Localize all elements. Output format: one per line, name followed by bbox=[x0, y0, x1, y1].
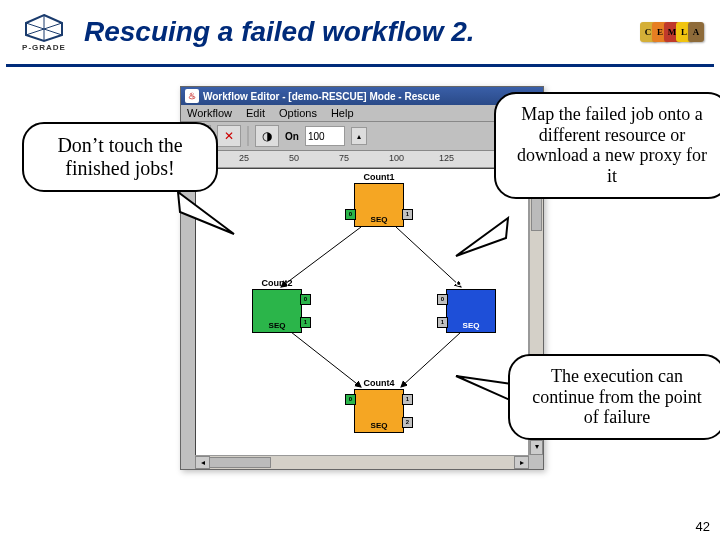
menu-bar: Workflow Edit Options Help bbox=[181, 105, 543, 122]
scroll-down-icon[interactable]: ▾ bbox=[530, 440, 543, 455]
toolbar: ▢ ✕ ◑ On ▴ bbox=[181, 122, 543, 151]
scroll-right-icon[interactable]: ▸ bbox=[514, 456, 529, 469]
header-divider bbox=[6, 64, 714, 67]
port-out[interactable]: 0 bbox=[345, 209, 356, 220]
node-count2[interactable]: Count2 SEQ 0 1 bbox=[252, 289, 302, 333]
menu-options[interactable]: Options bbox=[279, 107, 317, 119]
node-seq: SEQ bbox=[355, 421, 403, 430]
svg-marker-8 bbox=[178, 192, 234, 234]
window-title: Workflow Editor - [demo-RESCUE] Mode - R… bbox=[203, 91, 440, 102]
delete-button[interactable]: ✕ bbox=[217, 125, 241, 147]
menu-edit[interactable]: Edit bbox=[246, 107, 265, 119]
node-count1[interactable]: Count1 SEQ 0 1 bbox=[354, 183, 404, 227]
toggle-button[interactable]: ◑ bbox=[255, 125, 279, 147]
puzzle-logo: C E M L A bbox=[632, 12, 712, 52]
callout-left-tail bbox=[176, 190, 256, 250]
node-label: Count3 bbox=[447, 278, 495, 288]
ruler-tick: 25 bbox=[239, 153, 249, 163]
node-seq: SEQ bbox=[447, 321, 495, 330]
callout-right: Map the failed job onto a different reso… bbox=[494, 92, 720, 199]
scroll-thumb[interactable] bbox=[209, 457, 271, 468]
node-count4[interactable]: Count4 SEQ 0 1 2 bbox=[354, 389, 404, 433]
slide-number: 42 bbox=[696, 519, 710, 534]
svg-line-6 bbox=[291, 332, 361, 387]
logo-text: P-GRADE bbox=[22, 43, 66, 52]
port-in[interactable]: 0 bbox=[345, 394, 356, 405]
slide-header: P-GRADE Rescuing a failed workflow 2. C … bbox=[0, 0, 720, 64]
callout-left: Don’t touch the finished jobs! bbox=[22, 122, 218, 192]
puzzle-piece: A bbox=[688, 22, 704, 42]
node-seq: SEQ bbox=[253, 321, 301, 330]
callout-right-tail bbox=[448, 216, 518, 266]
node-count3[interactable]: Count3 SEQ 0 1 bbox=[446, 289, 496, 333]
stepper-up[interactable]: ▴ bbox=[351, 127, 367, 145]
callout-bottom: The execution can continue from the poin… bbox=[508, 354, 720, 440]
port-out[interactable]: 1 bbox=[437, 317, 448, 328]
svg-marker-9 bbox=[456, 218, 508, 256]
window-titlebar[interactable]: ♨ Workflow Editor - [demo-RESCUE] Mode -… bbox=[181, 87, 543, 105]
slide-title: Rescuing a failed workflow 2. bbox=[80, 16, 632, 48]
logo-icon bbox=[22, 13, 66, 43]
port-in[interactable]: 0 bbox=[300, 294, 311, 305]
port-out[interactable]: 2 bbox=[402, 417, 413, 428]
ruler-tick: 50 bbox=[289, 153, 299, 163]
ruler-tick: 100 bbox=[389, 153, 404, 163]
horizontal-scrollbar[interactable]: ◂ ▸ bbox=[195, 455, 529, 469]
pgrade-logo: P-GRADE bbox=[8, 8, 80, 56]
node-seq: SEQ bbox=[355, 215, 403, 224]
scroll-left-icon[interactable]: ◂ bbox=[195, 456, 210, 469]
svg-marker-10 bbox=[456, 376, 512, 400]
java-icon: ♨ bbox=[185, 89, 199, 103]
port-out[interactable]: 1 bbox=[300, 317, 311, 328]
toolbar-separator bbox=[247, 126, 249, 146]
ruler-tick: 125 bbox=[439, 153, 454, 163]
menu-help[interactable]: Help bbox=[331, 107, 354, 119]
port-in[interactable]: 0 bbox=[437, 294, 448, 305]
workflow-editor-window: ♨ Workflow Editor - [demo-RESCUE] Mode -… bbox=[180, 86, 544, 470]
ruler-tick: 75 bbox=[339, 153, 349, 163]
ruler: 25 50 75 100 125 bbox=[181, 151, 543, 168]
node-label: Count4 bbox=[355, 378, 403, 388]
port-out[interactable]: 1 bbox=[402, 209, 413, 220]
zoom-input[interactable] bbox=[305, 126, 345, 146]
node-label: Count1 bbox=[355, 172, 403, 182]
on-label: On bbox=[285, 131, 299, 142]
node-label: Count2 bbox=[253, 278, 301, 288]
port-in[interactable]: 1 bbox=[402, 394, 413, 405]
menu-workflow[interactable]: Workflow bbox=[187, 107, 232, 119]
